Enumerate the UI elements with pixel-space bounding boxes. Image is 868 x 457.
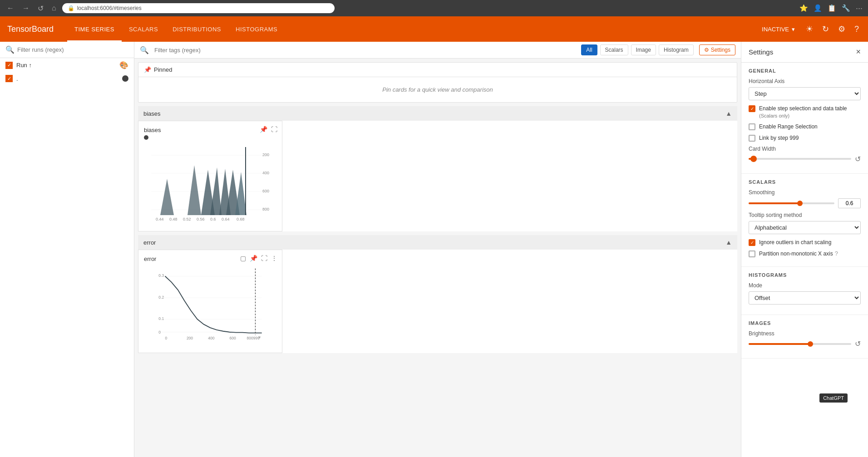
brightness-slider[interactable] [749, 343, 851, 345]
partition-help-icon[interactable]: ? [835, 250, 838, 257]
biases-section: biases ▲ biases 📌 ⛶ 200 400 60 [138, 106, 737, 231]
card-width-reset-icon[interactable]: ↺ [855, 155, 861, 163]
error-section-header[interactable]: error ▲ [138, 235, 737, 250]
settings-gear-icon[interactable]: ⚙ [836, 22, 847, 36]
card-width-thumb[interactable] [750, 156, 757, 162]
card-width-slider[interactable] [749, 158, 851, 160]
dropdown-arrow: ▾ [792, 26, 795, 33]
nav-timeseries[interactable]: TIME SERIES [67, 16, 122, 42]
left-sidebar: 🔍 Run ↑ 🎨 . [0, 42, 134, 457]
nav-histograms[interactable]: HISTOGRAMS [228, 16, 285, 42]
theme-icon[interactable]: ☀ [804, 22, 815, 36]
biases-charts-grid: biases 📌 ⛶ 200 400 600 800 [138, 121, 737, 231]
run-2-checkbox[interactable] [5, 75, 13, 82]
nav-scalars[interactable]: SCALARS [122, 16, 165, 42]
nav-distributions[interactable]: DISTRIBUTIONS [165, 16, 228, 42]
filter-runs-input[interactable] [17, 46, 128, 53]
pinned-section: 📌 Pinned Pin cards for a quick view and … [138, 62, 737, 103]
svg-text:0.52: 0.52 [183, 217, 191, 221]
svg-marker-11 [210, 167, 222, 215]
home-button[interactable]: ⌂ [49, 3, 59, 13]
error-square-icon[interactable]: ▢ [239, 254, 247, 263]
ignore-outliers-row: Ignore outliers in chart scaling [749, 239, 861, 246]
enable-step-sublabel: (Scalars only) [759, 113, 847, 119]
pinned-placeholder: Pin cards for a quick view and compariso… [138, 77, 737, 102]
error-chart-actions: ▢ 📌 ⛶ ⋮ [239, 254, 278, 263]
link-by-step-checkbox[interactable] [749, 135, 755, 142]
run-2-label: . [16, 75, 118, 82]
forward-button[interactable]: → [20, 3, 32, 13]
brightness-thumb[interactable] [808, 341, 813, 347]
run-1-palette-icon[interactable]: 🎨 [119, 61, 128, 69]
inactive-button[interactable]: INACTIVE ▾ [758, 24, 799, 34]
help-icon[interactable]: ? [853, 23, 861, 36]
extension-icon-2[interactable]: 👤 [813, 3, 823, 13]
settings-btn-icon: ⚙ [704, 47, 709, 53]
run-1-checkbox[interactable] [5, 62, 13, 69]
tab-scalars[interactable]: Scalars [600, 44, 628, 55]
smoothing-label: Smoothing [749, 189, 861, 196]
partition-checkbox[interactable] [749, 251, 755, 257]
biases-expand-icon[interactable]: ⛶ [270, 125, 278, 134]
tab-all[interactable]: All [581, 44, 597, 55]
svg-text:800: 800 [247, 336, 253, 340]
histogram-mode-select[interactable]: OffsetOverlay [749, 291, 861, 305]
svg-text:0.6: 0.6 [210, 217, 216, 221]
tooltip-sorting-select[interactable]: AlphabeticalAscendingDescendingDefault [749, 221, 861, 234]
tab-histogram[interactable]: Histogram [659, 44, 694, 55]
enable-range-label: Enable Range Selection [759, 123, 818, 131]
settings-button[interactable]: ⚙ Settings [699, 44, 735, 55]
address-bar[interactable]: 🔒 localhost:6006/#timeseries [62, 3, 335, 13]
horizontal-axis-select[interactable]: StepRelativeWall [749, 87, 861, 100]
tb-header-right: INACTIVE ▾ ☀ ↻ ⚙ ? [758, 22, 861, 36]
refresh-button[interactable]: ↺ [35, 3, 46, 14]
pinned-header: 📌 Pinned [138, 63, 737, 77]
partition-label: Partition non-monotonic X axis [759, 250, 833, 258]
biases-pin-icon[interactable]: 📌 [259, 125, 268, 134]
pinned-label: Pinned [154, 66, 172, 73]
biases-section-header[interactable]: biases ▲ [138, 106, 737, 121]
svg-marker-14 [235, 172, 247, 215]
settings-close-button[interactable]: × [856, 47, 861, 57]
biases-chart-actions: 📌 ⛶ [259, 125, 278, 134]
smoothing-fill [749, 202, 800, 204]
brightness-reset-icon[interactable]: ↺ [855, 339, 861, 348]
extension-icon-3[interactable]: 📋 [827, 3, 837, 13]
error-more-icon[interactable]: ⋮ [270, 254, 278, 263]
smoothing-thumb[interactable] [797, 201, 803, 206]
svg-marker-8 [160, 179, 174, 215]
enable-step-label: Enable step selection and data table [759, 105, 847, 113]
error-expand-icon[interactable]: ⛶ [260, 254, 268, 263]
svg-text:0.2: 0.2 [158, 295, 164, 300]
settings-panel-title: Settings [749, 48, 773, 56]
run-2-color-dot[interactable] [122, 75, 128, 82]
extension-icon-4[interactable]: 🔧 [841, 3, 851, 13]
enable-step-checkbox[interactable] [749, 105, 755, 112]
svg-text:800: 800 [262, 207, 269, 211]
error-pin-icon[interactable]: 📌 [249, 254, 258, 263]
link-by-step-label: Link by step 999 [759, 134, 799, 142]
settings-histograms-section: HISTOGRAMS Mode OffsetOverlay [741, 267, 868, 315]
search-tags-icon: 🔍 [140, 46, 149, 54]
card-width-slider-row: ↺ [749, 155, 861, 163]
svg-text:0.48: 0.48 [169, 217, 178, 221]
extension-icon-1[interactable]: ⭐ [799, 3, 809, 13]
error-chevron-icon: ▲ [725, 239, 732, 246]
center-content: 🔍 All Scalars Image Histogram ⚙ Settings… [134, 42, 741, 457]
horizontal-axis-label: Horizontal Axis [749, 78, 861, 84]
error-chart-card: error ▢ 📌 ⛶ ⋮ 0.3 0.2 0.1 0 [138, 250, 282, 353]
card-width-label: Card Width [749, 146, 861, 152]
svg-text:0.64: 0.64 [222, 217, 230, 221]
svg-text:0: 0 [165, 336, 168, 340]
smoothing-slider[interactable] [749, 202, 834, 204]
smoothing-value-input[interactable] [838, 198, 861, 208]
filter-tags-input[interactable] [154, 47, 576, 54]
url-text: localhost:6006/#timeseries [77, 5, 142, 11]
back-button[interactable]: ← [5, 3, 16, 13]
refresh-tb-icon[interactable]: ↻ [820, 22, 831, 36]
tab-image[interactable]: Image [631, 44, 656, 55]
enable-range-checkbox[interactable] [749, 123, 755, 130]
extension-icon-5[interactable]: ⋯ [855, 3, 863, 13]
ignore-outliers-checkbox[interactable] [749, 239, 755, 246]
browser-right-icons: ⭐ 👤 📋 🔧 ⋯ [799, 3, 863, 13]
